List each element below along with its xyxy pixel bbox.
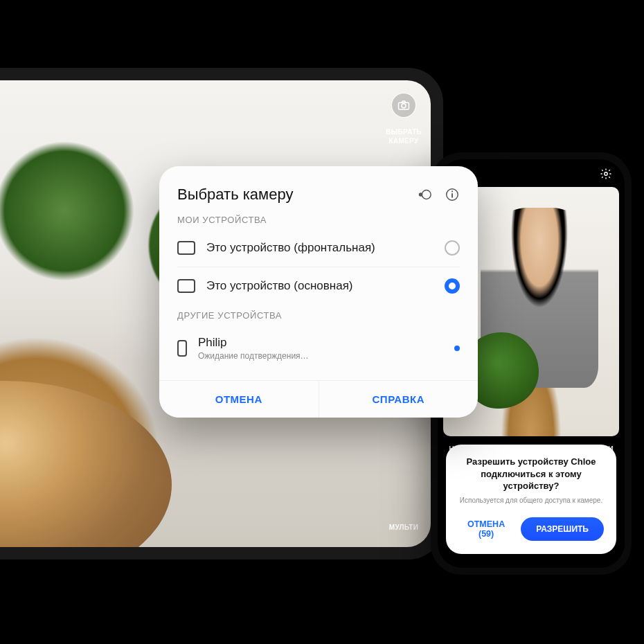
info-icon[interactable]: [445, 187, 460, 202]
svg-point-2: [422, 190, 431, 199]
phone-icon: [177, 340, 187, 357]
select-camera-dialog: Выбрать камеру МОИ УСТРОЙСТВА Это устрой…: [159, 166, 478, 418]
svg-point-3: [419, 193, 423, 197]
phone-notch: [490, 159, 573, 176]
cancel-button[interactable]: ОТМЕНА: [159, 381, 319, 418]
select-camera-button[interactable]: [391, 93, 416, 118]
select-camera-label: ВЫБРАТЬ КАМЕРУ: [386, 127, 422, 145]
svg-point-1: [402, 104, 406, 108]
other-devices-label: ДРУГИЕ УСТРОЙСТВА: [177, 310, 460, 321]
help-button[interactable]: СПРАВКА: [319, 381, 478, 418]
tablet-icon: [177, 279, 195, 293]
svg-rect-6: [451, 191, 453, 193]
multi-label: МУЛЬТИ: [389, 523, 418, 532]
permission-dialog: Разрешить устройству Chloe подключиться …: [446, 445, 616, 554]
bowl-image: [0, 381, 172, 547]
device-sublabel: Ожидание подтверждения…: [198, 351, 443, 361]
settings-icon[interactable]: [600, 168, 612, 180]
device-row-this-front[interactable]: Это устройство (фронтальная): [177, 229, 460, 267]
tablet-icon: [177, 241, 195, 255]
device-label: Это устройство (фронтальная): [206, 241, 433, 255]
dialog-title: Выбрать камеру: [177, 186, 293, 204]
permission-title: Разрешить устройству Chloe подключиться …: [458, 456, 604, 492]
switch-camera-icon[interactable]: [417, 187, 432, 202]
device-label: Это устройство (основная): [206, 279, 433, 293]
svg-rect-5: [451, 193, 453, 197]
permission-allow-button[interactable]: РАЗРЕШИТЬ: [521, 517, 604, 541]
radio-unselected[interactable]: [445, 240, 460, 256]
permission-cancel-button[interactable]: ОТМЕНА (59): [458, 514, 514, 544]
pending-indicator: [454, 346, 460, 351]
device-label: Philip: [198, 336, 443, 350]
radio-selected[interactable]: [445, 278, 460, 294]
my-devices-label: МОИ УСТРОЙСТВА: [177, 215, 460, 225]
svg-point-8: [605, 172, 608, 176]
device-row-philip[interactable]: Philip Ожидание подтверждения…: [177, 325, 460, 372]
permission-subtitle: Используется для общего доступа к камере…: [458, 497, 604, 504]
device-row-this-main[interactable]: Это устройство (основная): [177, 267, 460, 305]
